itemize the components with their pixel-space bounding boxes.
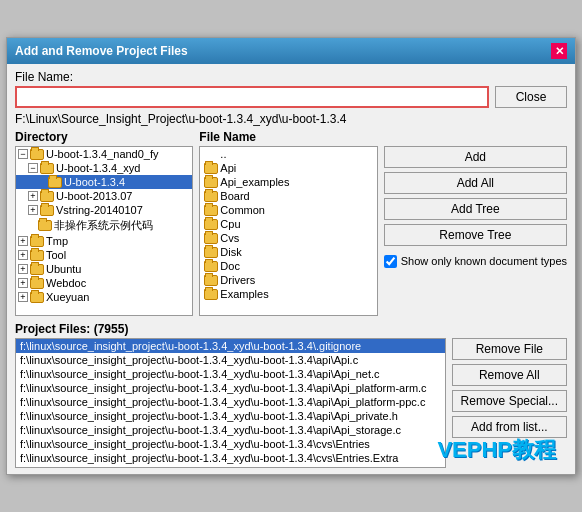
file-item-label: Cpu (220, 218, 240, 230)
project-file-item[interactable]: f:\linux\source_insight_project\u-boot-1… (16, 367, 445, 381)
tree-item-label: U-boot-1.3.4_xyd (56, 162, 140, 174)
tree-item-label: U-boot-2013.07 (56, 190, 132, 202)
show-known-checkbox[interactable] (384, 255, 397, 268)
project-file-item[interactable]: f:\linux\source_insight_project\u-boot-1… (16, 339, 445, 353)
add-tree-button[interactable]: Add Tree (384, 198, 567, 220)
file-item-label: Api_examples (220, 176, 289, 188)
folder-icon (204, 163, 218, 174)
tree-item[interactable]: +Webdoc (16, 276, 192, 290)
title-bar: Add and Remove Project Files ✕ (7, 38, 575, 64)
add-from-list-button[interactable]: Add from list... (452, 416, 567, 438)
tree-item-label: 非操作系统示例代码 (54, 218, 153, 233)
file-list-box[interactable]: ..ApiApi_examplesBoardCommonCpuCvsDiskDo… (199, 146, 377, 316)
tree-item[interactable]: +Tmp (16, 234, 192, 248)
tree-item[interactable]: +Vstring-20140107 (16, 203, 192, 217)
folder-icon (30, 292, 44, 303)
file-item-label: .. (220, 148, 226, 160)
expand-icon[interactable]: + (18, 250, 28, 260)
project-file-item[interactable]: f:\linux\source_insight_project\u-boot-1… (16, 409, 445, 423)
file-item-label: Common (220, 204, 265, 216)
tree-item[interactable]: −U-boot-1.3.4_nand0_fy (16, 147, 192, 161)
tree-item-label: Tool (46, 249, 66, 261)
expand-icon[interactable]: + (18, 278, 28, 288)
file-item[interactable]: Cpu (200, 217, 376, 231)
file-item[interactable]: Examples (200, 287, 376, 301)
tree-item[interactable]: −U-boot-1.3.4_xyd (16, 161, 192, 175)
tree-item[interactable]: +Tool (16, 248, 192, 262)
folder-icon (30, 278, 44, 289)
add-all-button[interactable]: Add All (384, 172, 567, 194)
expand-icon[interactable]: + (28, 205, 38, 215)
expand-icon[interactable]: + (18, 236, 28, 246)
expand-icon[interactable]: − (28, 163, 38, 173)
expand-icon[interactable]: + (28, 191, 38, 201)
file-item-label: Drivers (220, 274, 255, 286)
directory-tree[interactable]: −U-boot-1.3.4_nand0_fy−U-boot-1.3.4_xydU… (15, 146, 193, 316)
remove-file-button[interactable]: Remove File (452, 338, 567, 360)
folder-icon (204, 275, 218, 286)
tree-item-label: U-boot-1.3.4 (64, 176, 125, 188)
file-item[interactable]: Cvs (200, 231, 376, 245)
folder-icon (40, 191, 54, 202)
project-files-list[interactable]: f:\linux\source_insight_project\u-boot-1… (15, 338, 446, 468)
remove-special-button[interactable]: Remove Special... (452, 390, 567, 412)
file-item[interactable]: Api_examples (200, 175, 376, 189)
tree-item[interactable]: 非操作系统示例代码 (16, 217, 192, 234)
file-name-row: Close (15, 86, 567, 108)
folder-icon (30, 236, 44, 247)
file-name-col-label: File Name (199, 130, 377, 144)
action-buttons: Add Add All Add Tree Remove Tree Show on… (384, 130, 567, 316)
expand-icon[interactable]: − (18, 149, 28, 159)
tree-item[interactable]: +Ubuntu (16, 262, 192, 276)
show-known-row: Show only known document types (384, 254, 567, 268)
add-button[interactable]: Add (384, 146, 567, 168)
file-item-label: Disk (220, 246, 241, 258)
tree-item[interactable]: +U-boot-2013.07 (16, 189, 192, 203)
tree-item-label: Tmp (46, 235, 68, 247)
close-button[interactable]: Close (495, 86, 567, 108)
project-file-item[interactable]: f:\linux\source_insight_project\u-boot-1… (16, 451, 445, 465)
directory-label: Directory (15, 130, 193, 144)
tree-item-label: Ubuntu (46, 263, 81, 275)
folder-icon (204, 177, 218, 188)
file-item[interactable]: Common (200, 203, 376, 217)
file-item[interactable]: Disk (200, 245, 376, 259)
folder-icon (204, 191, 218, 202)
folder-icon (38, 220, 52, 231)
project-file-item[interactable]: f:\linux\source_insight_project\u-boot-1… (16, 423, 445, 437)
project-file-item[interactable]: f:\linux\source_insight_project\u-boot-1… (16, 465, 445, 468)
project-file-item[interactable]: f:\linux\source_insight_project\u-boot-1… (16, 437, 445, 451)
tree-item-label: Xueyuan (46, 291, 89, 303)
folder-icon (204, 247, 218, 258)
expand-icon[interactable]: + (18, 264, 28, 274)
folder-icon (30, 264, 44, 275)
dialog-title: Add and Remove Project Files (15, 44, 188, 58)
project-file-item[interactable]: f:\linux\source_insight_project\u-boot-1… (16, 353, 445, 367)
file-item[interactable]: Api (200, 161, 376, 175)
file-item[interactable]: Doc (200, 259, 376, 273)
file-item-label: Doc (220, 260, 240, 272)
file-item[interactable]: .. (200, 147, 376, 161)
expand-icon[interactable]: + (18, 292, 28, 302)
remove-tree-button[interactable]: Remove Tree (384, 224, 567, 246)
folder-icon (204, 233, 218, 244)
title-bar-close-button[interactable]: ✕ (551, 43, 567, 59)
dialog-body: File Name: Close F:\Linux\Source_Insight… (7, 64, 575, 474)
bottom-buttons: Remove File Remove All Remove Special...… (452, 338, 567, 468)
directory-panel: Directory −U-boot-1.3.4_nand0_fy−U-boot-… (15, 130, 193, 316)
project-file-item[interactable]: f:\linux\source_insight_project\u-boot-1… (16, 381, 445, 395)
tree-item[interactable]: +Xueyuan (16, 290, 192, 304)
folder-icon (204, 205, 218, 216)
project-files-label: Project Files: (7955) (15, 322, 567, 336)
tree-item[interactable]: U-boot-1.3.4 (16, 175, 192, 189)
remove-all-button[interactable]: Remove All (452, 364, 567, 386)
file-name-input[interactable] (15, 86, 489, 108)
file-name-label: File Name: (15, 70, 567, 84)
tree-item-label: Webdoc (46, 277, 86, 289)
file-item[interactable]: Drivers (200, 273, 376, 287)
folder-icon (48, 177, 62, 188)
project-file-item[interactable]: f:\linux\source_insight_project\u-boot-1… (16, 395, 445, 409)
panels-row: Directory −U-boot-1.3.4_nand0_fy−U-boot-… (15, 130, 567, 316)
file-item-label: Cvs (220, 232, 239, 244)
file-item[interactable]: Board (200, 189, 376, 203)
